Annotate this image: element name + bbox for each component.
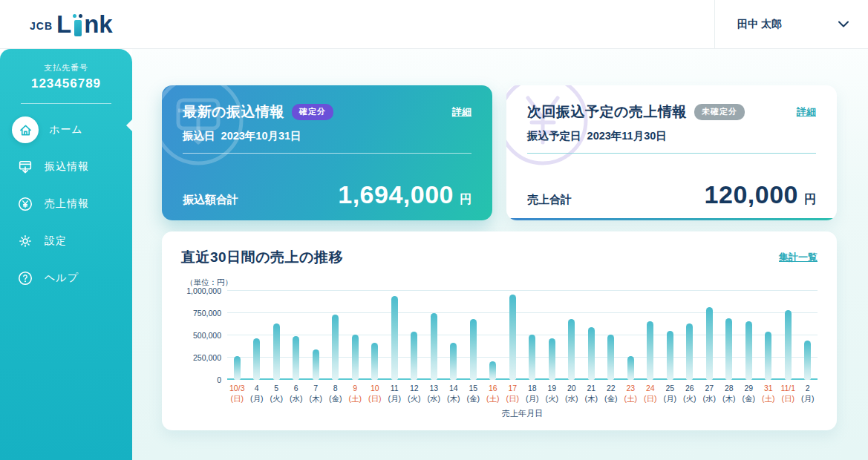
x-tick-label: 25(月) bbox=[660, 384, 680, 404]
bar-column bbox=[759, 291, 779, 380]
x-tick-label: 10/3(日) bbox=[227, 384, 247, 404]
active-item-pointer bbox=[126, 119, 133, 132]
bar-column bbox=[345, 291, 365, 380]
bar bbox=[509, 295, 516, 380]
payer-label: 支払先番号 bbox=[0, 62, 132, 73]
x-tick-label: 27(水) bbox=[699, 384, 719, 404]
bar-column bbox=[483, 291, 503, 380]
scheduled-transfer-date: 振込予定日 2023年11月30日 bbox=[527, 129, 816, 143]
x-tick-label: 5(火) bbox=[267, 384, 287, 404]
card-title: 次回振込予定の売上情報 bbox=[527, 102, 687, 122]
aggregate-list-link[interactable]: 集計一覧 bbox=[779, 251, 818, 264]
sidebar-divider bbox=[21, 103, 111, 104]
x-tick-label: 28(木) bbox=[719, 384, 740, 404]
bar bbox=[391, 296, 398, 380]
y-tick-label: 250,000 bbox=[193, 353, 221, 362]
bar bbox=[765, 332, 771, 380]
bar bbox=[607, 335, 614, 380]
x-tick-label: 4(月) bbox=[247, 384, 267, 404]
bar-column bbox=[680, 291, 700, 380]
top-header: JCB L nk 田中 太郎 bbox=[0, 0, 868, 49]
bar-column bbox=[463, 291, 483, 380]
question-circle-icon bbox=[16, 269, 34, 287]
transfer-amount: 1,694,000 bbox=[338, 180, 454, 209]
x-axis-labels: 10/3(日)4(月)5(火)6(水)7(木)8(金)9(土)10(日)11(月… bbox=[227, 384, 818, 404]
user-menu[interactable]: 田中 太郎 bbox=[714, 0, 868, 48]
bar-chart-plot bbox=[227, 291, 818, 380]
x-tick-label: 24(日) bbox=[641, 384, 661, 404]
x-tick-label: 8(金) bbox=[326, 384, 346, 404]
bar-column bbox=[778, 291, 798, 380]
x-tick-label: 18(月) bbox=[523, 384, 543, 404]
bar-column bbox=[424, 291, 444, 380]
x-tick-label: 11/1(日) bbox=[778, 384, 798, 404]
app-root: JCB L nk 田中 太郎 支払先番号 123456789 bbox=[0, 0, 868, 460]
home-icon bbox=[12, 116, 39, 143]
amount-label: 振込額合計 bbox=[183, 193, 238, 207]
bar bbox=[489, 361, 496, 380]
bar-column bbox=[444, 291, 464, 380]
sidebar-item-transfer-info[interactable]: 振込情報 bbox=[0, 148, 132, 185]
status-badge-unfixed: 未確定分 bbox=[694, 104, 745, 120]
jcb-link-logo: JCB L nk bbox=[0, 12, 113, 36]
sidebar: 支払先番号 123456789 ホーム 振込情報 売上情報 bbox=[0, 49, 132, 460]
bar bbox=[667, 331, 673, 380]
x-tick-label: 13(水) bbox=[424, 384, 444, 404]
y-tick-label: 500,000 bbox=[193, 331, 221, 340]
sidebar-item-sales-info[interactable]: 売上情報 bbox=[0, 185, 132, 223]
x-tick-label: 9(土) bbox=[345, 384, 365, 404]
bar-column bbox=[326, 291, 346, 380]
x-tick-label: 2(月) bbox=[798, 384, 818, 404]
bar bbox=[529, 335, 535, 380]
bar bbox=[627, 356, 634, 380]
bar bbox=[332, 315, 339, 380]
sidebar-item-home[interactable]: ホーム bbox=[0, 111, 132, 148]
x-tick-label: 22(金) bbox=[601, 384, 621, 404]
bar bbox=[568, 319, 575, 380]
y-tick-label: 1,000,000 bbox=[186, 286, 221, 295]
detail-link[interactable]: 詳細 bbox=[452, 105, 471, 119]
gear-icon bbox=[16, 232, 34, 250]
bar-column bbox=[562, 291, 582, 380]
card-divider bbox=[527, 153, 816, 154]
sidebar-item-label: ホーム bbox=[49, 123, 83, 137]
bar bbox=[745, 321, 752, 380]
bar-column bbox=[365, 291, 385, 380]
bar bbox=[706, 307, 713, 380]
x-tick-label: 29(金) bbox=[739, 384, 759, 404]
bar-column bbox=[523, 291, 543, 380]
latest-transfer-card: 最新の振込情報 確定分 詳細 振込日 2023年10月31日 振込額合計 1,6… bbox=[162, 85, 492, 220]
card-divider bbox=[183, 153, 471, 154]
x-tick-label: 14(木) bbox=[444, 384, 464, 404]
sidebar-item-help[interactable]: ヘルプ bbox=[0, 260, 132, 297]
y-tick-label: 750,000 bbox=[193, 309, 221, 318]
bar bbox=[470, 319, 477, 380]
bar-column bbox=[739, 291, 759, 380]
logo-i-glyph bbox=[73, 14, 82, 36]
user-name: 田中 太郎 bbox=[737, 18, 838, 31]
x-tick-label: 21(木) bbox=[581, 384, 601, 404]
bars-row bbox=[227, 291, 818, 380]
x-tick-label: 6(水) bbox=[287, 384, 307, 404]
y-tick-label: 0 bbox=[217, 375, 221, 384]
bar-column bbox=[227, 291, 247, 380]
bar-column bbox=[267, 291, 287, 380]
detail-link[interactable]: 詳細 bbox=[797, 105, 816, 119]
bar bbox=[431, 313, 437, 380]
amount-unit: 円 bbox=[460, 192, 471, 208]
x-tick-label: 10(日) bbox=[365, 384, 385, 404]
bar bbox=[725, 318, 732, 380]
bar-column bbox=[621, 291, 641, 380]
bar-column bbox=[699, 291, 719, 380]
x-tick-label: 17(日) bbox=[503, 384, 523, 404]
x-tick-label: 11(月) bbox=[385, 384, 405, 404]
x-tick-label: 15(金) bbox=[463, 384, 483, 404]
sidebar-item-label: 設定 bbox=[45, 234, 67, 248]
x-tick-label: 7(木) bbox=[306, 384, 326, 404]
bar-column bbox=[798, 291, 818, 380]
bar-column bbox=[385, 291, 405, 380]
sidebar-item-settings[interactable]: 設定 bbox=[0, 223, 132, 260]
bar-column bbox=[719, 291, 740, 380]
chevron-down-icon[interactable] bbox=[838, 21, 849, 27]
y-axis-unit-label: （単位：円） bbox=[186, 277, 818, 288]
